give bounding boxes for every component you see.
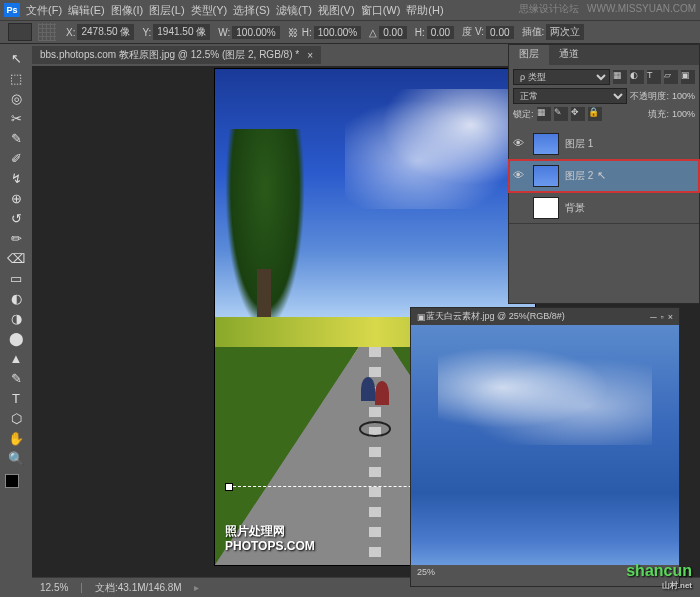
menu-type[interactable]: 类型(Y) [191, 3, 228, 18]
lock-position-icon[interactable]: ✥ [571, 107, 585, 121]
lock-all-icon[interactable]: 🔒 [588, 107, 602, 121]
layer-filter-kind[interactable]: ρ 类型 [513, 69, 610, 85]
dodge-tool[interactable]: ◑ [6, 309, 26, 327]
secondary-document-window[interactable]: ▣ 蓝天白云素材.jpg @ 25%(RGB/8#) ─ ▫ × 25% [410, 307, 680, 587]
zoom-level[interactable]: 12.5% [40, 582, 68, 593]
document-tab-title: bbs.photops.com 教程原图.jpg @ 12.5% (图层 2, … [40, 48, 299, 62]
x-label: X: [66, 27, 75, 38]
skew-h-label: H: [415, 27, 425, 38]
layer-name[interactable]: 背景 [565, 201, 585, 215]
close-icon[interactable]: × [668, 312, 673, 322]
close-icon[interactable]: × [307, 50, 313, 61]
filter-adjust-icon[interactable]: ◐ [630, 70, 644, 84]
blend-mode-select[interactable]: 正常 [513, 88, 627, 104]
fill-value[interactable]: 100% [672, 109, 695, 119]
y-label: Y: [142, 27, 151, 38]
secondary-zoom[interactable]: 25% [417, 567, 435, 577]
canvas-clouds [345, 89, 525, 209]
eyedropper-tool[interactable]: ✎ [6, 129, 26, 147]
layer-row[interactable]: 背景 [509, 192, 699, 224]
spot-heal-tool[interactable]: ⊕ [6, 189, 26, 207]
angle-value[interactable]: 0.00 [379, 26, 406, 39]
pen-tool[interactable]: ⬤ [6, 329, 26, 347]
menu-filter[interactable]: 滤镜(T) [276, 3, 312, 18]
path-tool[interactable]: ✎ [6, 369, 26, 387]
crop-tool[interactable]: ✂ [6, 109, 26, 127]
eraser-tool[interactable]: ⌫ [6, 249, 26, 267]
skew-h-value[interactable]: 0.00 [427, 26, 454, 39]
maximize-icon[interactable]: ▫ [661, 312, 664, 322]
tab-layers[interactable]: 图层 [509, 45, 549, 65]
menu-image[interactable]: 图像(I) [111, 3, 143, 18]
filter-type-icon[interactable]: T [647, 70, 661, 84]
lock-label: 锁定: [513, 108, 534, 121]
visibility-icon[interactable]: 👁 [513, 137, 527, 151]
layers-panel: 图层 通道 ρ 类型 ▦ ◐ T ▱ ▣ 正常 不透明度: 100% 锁定: ▦… [508, 44, 700, 304]
layer-row[interactable]: 👁 图层 2 ↖ [509, 160, 699, 192]
hand-tool[interactable]: ✋ [6, 429, 26, 447]
skew-v-label: 度 V: [462, 25, 484, 39]
h-value[interactable]: 100.00% [314, 26, 361, 39]
w-label: W: [218, 27, 230, 38]
layer-row[interactable]: 👁 图层 1 [509, 128, 699, 160]
secondary-doc-title: 蓝天白云素材.jpg @ 25%(RGB/8#) [426, 310, 565, 323]
menu-help[interactable]: 帮助(H) [406, 3, 443, 18]
color-swatches[interactable] [5, 474, 27, 496]
minimize-icon[interactable]: ─ [650, 312, 656, 322]
link-icon[interactable]: ⛓ [288, 27, 298, 38]
menu-select[interactable]: 选择(S) [233, 3, 270, 18]
x-value[interactable]: 2478.50 像 [77, 24, 134, 40]
filter-smart-icon[interactable]: ▣ [681, 70, 695, 84]
lock-transparency-icon[interactable]: ▦ [537, 107, 551, 121]
layer-name[interactable]: 图层 1 [565, 137, 593, 151]
layer-thumbnail[interactable] [533, 133, 559, 155]
options-bar: X: 2478.50 像 Y: 1941.50 像 W: 100.00% ⛓ H… [0, 20, 700, 44]
clone-tool[interactable]: ↺ [6, 209, 26, 227]
secondary-canvas[interactable] [411, 325, 679, 565]
shape-tool[interactable]: ▲ [6, 349, 26, 367]
h-label: H: [302, 27, 312, 38]
foreground-color[interactable] [5, 474, 19, 488]
filter-shape-icon[interactable]: ▱ [664, 70, 678, 84]
healing-tool[interactable]: ✐ [6, 149, 26, 167]
tab-channels[interactable]: 通道 [549, 45, 589, 65]
filter-pixel-icon[interactable]: ▦ [613, 70, 627, 84]
reference-point-icon[interactable] [38, 23, 56, 41]
secondary-doc-title-bar[interactable]: ▣ 蓝天白云素材.jpg @ 25%(RGB/8#) ─ ▫ × [411, 308, 679, 325]
interp-label: 插值: [522, 25, 545, 39]
menu-window[interactable]: 窗口(W) [361, 3, 401, 18]
tool-preset-picker[interactable] [8, 23, 32, 41]
zoom-tool[interactable]: 🔍 [6, 449, 26, 467]
interp-value[interactable]: 两次立 [546, 24, 584, 40]
type-tool[interactable]: T [6, 389, 26, 407]
menu-file[interactable]: 文件(F) [26, 3, 62, 18]
marquee-tool[interactable]: ⬚ [6, 69, 26, 87]
document-tab[interactable]: bbs.photops.com 教程原图.jpg @ 12.5% (图层 2, … [32, 46, 321, 64]
layer-thumbnail[interactable] [533, 197, 559, 219]
lasso-tool[interactable]: ◎ [6, 89, 26, 107]
ps-small-icon: ▣ [417, 312, 426, 322]
layer-thumbnail[interactable] [533, 165, 559, 187]
skew-v-value[interactable]: 0.00 [486, 26, 513, 39]
opacity-value[interactable]: 100% [672, 91, 695, 101]
doc-info[interactable]: 文档:43.1M/146.8M [95, 581, 182, 595]
watermark-bottom-right: shancun 山村.net [626, 562, 692, 591]
layer-name[interactable]: 图层 2 [565, 169, 593, 183]
quick-select-tool[interactable]: ↯ [6, 169, 26, 187]
blur-tool[interactable]: ◐ [6, 289, 26, 307]
menu-layer[interactable]: 图层(L) [149, 3, 184, 18]
move-tool[interactable]: ↖ [6, 49, 26, 67]
menu-edit[interactable]: 编辑(E) [68, 3, 105, 18]
canvas-watermark: 照片处理网 PHOTOPS.COM [225, 524, 315, 555]
app-icon: Ps [4, 3, 20, 17]
gradient-tool[interactable]: ▭ [6, 269, 26, 287]
brush-tool[interactable]: ✏ [6, 229, 26, 247]
lock-pixels-icon[interactable]: ✎ [554, 107, 568, 121]
menu-view[interactable]: 视图(V) [318, 3, 355, 18]
w-value[interactable]: 100.00% [232, 26, 279, 39]
visibility-icon[interactable]: 👁 [513, 169, 527, 183]
y-value[interactable]: 1941.50 像 [153, 24, 210, 40]
visibility-icon[interactable] [513, 201, 527, 215]
rect-tool[interactable]: ⬡ [6, 409, 26, 427]
fill-label: 填充: [648, 108, 669, 121]
